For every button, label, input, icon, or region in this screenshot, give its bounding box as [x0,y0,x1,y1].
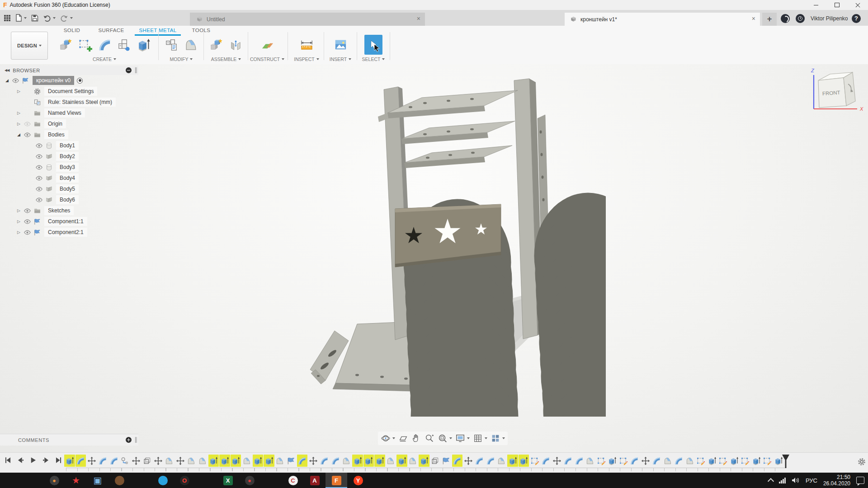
timeline-feature[interactable] [596,455,607,467]
timeline-feature[interactable] [751,455,762,467]
create-sketch-button[interactable] [76,35,94,55]
help-button[interactable] [852,14,861,23]
timeline-feature[interactable] [740,455,751,467]
unfold-button[interactable] [163,35,181,55]
new-component-button[interactable] [57,35,75,55]
timeline-feature[interactable] [297,455,308,467]
browser-collapse-all-button[interactable] [126,67,132,73]
octopus-app[interactable] [260,473,282,488]
timeline-feature[interactable] [153,455,164,467]
group-label-insert[interactable]: INSERT [326,56,354,63]
expander-icon[interactable] [17,111,24,115]
chrome-browser[interactable] [130,473,152,488]
timeline-feature[interactable] [352,455,363,467]
browser-item-label[interactable]: Sketches [44,206,74,215]
timeline-feature[interactable] [629,455,640,467]
timeline-feature[interactable] [75,455,86,467]
assemble-new-component-button[interactable] [208,35,226,55]
browser-item-label[interactable]: Origin [44,119,66,128]
timeline-feature[interactable] [441,455,452,467]
timeline-feature[interactable] [552,455,562,467]
pan-button[interactable] [411,433,421,443]
grid-settings-button[interactable] [473,433,487,443]
timeline-feature[interactable] [396,455,407,467]
browser-row[interactable]: Sketches [0,205,138,216]
language-indicator[interactable]: РУС [806,477,817,484]
panel-resize-grip[interactable] [135,67,136,73]
workspace-selector[interactable]: DESIGN [11,32,48,60]
timeline-settings-gear-icon[interactable] [857,457,866,466]
timeline-feature[interactable] [574,455,585,467]
visibility-eye-icon[interactable] [24,131,31,139]
timeline-feature[interactable] [674,455,684,467]
insert-canvas-button[interactable] [331,35,349,55]
timeline-go-to-end-button[interactable] [54,456,63,466]
timeline-feature[interactable] [341,455,352,467]
job-status-button[interactable] [796,14,805,23]
timeline-feature[interactable] [64,455,75,467]
timeline-feature[interactable] [651,455,662,467]
network-signal-icon[interactable] [779,478,786,483]
construct-plane-button[interactable] [258,35,276,55]
timeline-step-back-button[interactable] [16,456,25,466]
3d-viewport[interactable]: Z X FRONT ◀◀ BROWSER кронштейн v0 [0,64,868,452]
expander-icon[interactable] [17,230,24,235]
visibility-eye-icon[interactable] [24,218,31,225]
group-label-assemble[interactable]: ASSEMBLE [206,56,246,63]
timeline-position-marker[interactable] [780,454,791,469]
messenger-app[interactable] [152,473,174,488]
expander-icon[interactable] [17,89,24,94]
expander-icon[interactable] [17,208,24,213]
group-label-inspect[interactable]: INSPECT [292,56,321,63]
browser-item-label[interactable]: Rule: Stainless Steel (mm) [44,98,116,107]
timeline-feature[interactable] [563,455,574,467]
browser-item-label[interactable]: Body1 [56,141,79,150]
zoom-button[interactable] [425,433,434,443]
timeline-feature[interactable] [363,455,374,467]
file-explorer[interactable] [195,473,217,488]
browser-row[interactable]: Origin [0,118,138,129]
browser-row[interactable]: Body4 [0,173,138,183]
add-comment-button[interactable] [126,437,132,443]
expander-icon[interactable] [17,132,24,137]
look-at-button[interactable] [398,433,408,443]
ribbon-tab-sheet-metal[interactable]: SHEET METAL [135,26,181,36]
timeline-feature[interactable] [618,455,629,467]
browser-row[interactable]: Body5 [0,183,138,194]
timeline-feature[interactable] [275,455,286,467]
timeline-feature[interactable] [419,455,429,467]
timeline-feature[interactable] [142,455,153,467]
browser-row[interactable]: Bodies [0,129,138,140]
action-center-icon[interactable] [856,477,864,484]
expander-icon[interactable] [5,78,12,83]
visibility-eye-icon[interactable] [35,174,43,182]
browser-row[interactable]: Body2 [0,151,138,162]
timeline-feature[interactable] [463,455,474,467]
timeline-feature[interactable] [408,455,419,467]
close-button[interactable] [847,0,868,10]
timeline-feature[interactable] [707,455,717,467]
timeline-feature[interactable] [729,455,740,467]
timeline-feature[interactable] [762,455,773,467]
recorder-app[interactable]: ● [239,473,260,488]
new-document-tab-button[interactable]: + [762,13,777,26]
browser-item-label[interactable]: Component2:1 [44,228,87,237]
timeline-feature[interactable] [108,455,119,467]
group-label-create[interactable]: CREATE [54,56,155,63]
visibility-eye-icon[interactable] [24,229,31,236]
timeline-feature[interactable] [541,455,552,467]
panel-resize-grip[interactable] [135,437,136,443]
timeline-feature[interactable] [219,455,230,467]
sheet-metal-bracket-model[interactable] [289,64,606,417]
timeline-feature[interactable] [120,455,131,467]
visibility-eye-icon[interactable] [24,120,31,128]
minimize-button[interactable] [806,0,826,10]
browser-row[interactable]: Named Views [0,108,138,118]
document-tab-untitled[interactable]: Untitled × [190,13,425,26]
browser-row[interactable]: Component1:1 [0,216,138,227]
timeline-feature[interactable] [308,455,319,467]
start-button[interactable] [0,473,22,488]
timeline-feature[interactable] [164,455,175,467]
redo-button[interactable] [59,13,74,23]
browser-item-label[interactable]: Body4 [56,174,79,183]
